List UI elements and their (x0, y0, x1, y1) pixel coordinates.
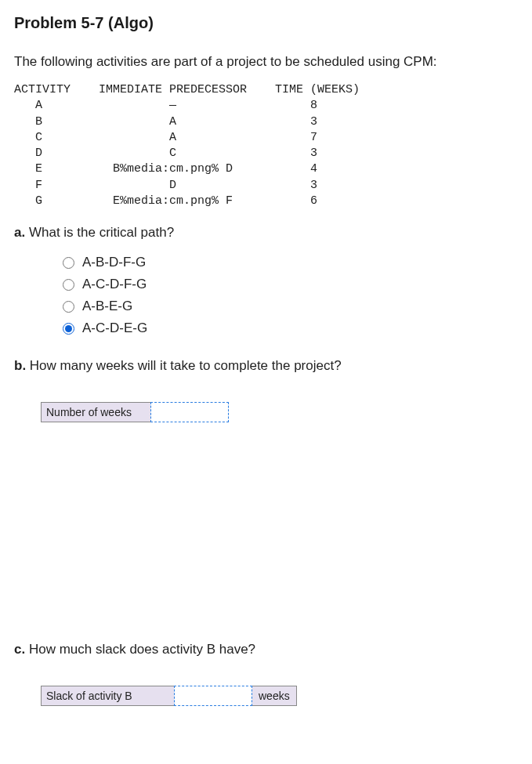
question-c-letter: c. (14, 642, 25, 657)
option-row[interactable]: A-C-D-E-G (63, 320, 518, 336)
option-label: A-C-D-F-G (82, 277, 147, 292)
number-of-weeks-label: Number of weeks (41, 402, 150, 422)
number-of-weeks-input[interactable] (150, 402, 229, 422)
question-a-options: A-B-D-F-GA-C-D-F-GA-B-E-GA-C-D-E-G (63, 255, 518, 336)
question-a-letter: a. (14, 225, 25, 240)
slack-b-input[interactable] (174, 686, 252, 706)
question-c-answer: Slack of activity B weeks (41, 686, 518, 706)
problem-title: Problem 5-7 (Algo) (14, 14, 518, 32)
option-radio[interactable] (63, 301, 74, 313)
question-b: b. How many weeks will it take to comple… (14, 358, 518, 374)
question-b-text: How many weeks will it take to complete … (30, 358, 342, 373)
option-label: A-B-D-F-G (82, 255, 146, 270)
question-b-answer: Number of weeks (41, 402, 518, 422)
option-radio[interactable] (63, 323, 74, 335)
option-label: A-C-D-E-G (82, 320, 147, 336)
question-c: c. How much slack does activity B have? (14, 642, 518, 657)
question-c-text: How much slack does activity B have? (29, 642, 255, 657)
question-a-text: What is the critical path? (29, 225, 174, 240)
option-row[interactable]: A-B-E-G (63, 299, 518, 314)
option-radio[interactable] (63, 257, 74, 269)
intro-text: The following activities are part of a p… (14, 54, 518, 70)
slack-b-unit: weeks (252, 686, 297, 706)
option-label: A-B-E-G (82, 299, 132, 314)
activity-table: ACTIVITY IMMEDIATE PREDECESSOR TIME (WEE… (14, 82, 518, 209)
question-b-letter: b. (14, 358, 26, 373)
question-a: a. What is the critical path? (14, 225, 518, 241)
option-row[interactable]: A-C-D-F-G (63, 277, 518, 292)
option-row[interactable]: A-B-D-F-G (63, 255, 518, 270)
slack-b-label: Slack of activity B (41, 686, 174, 706)
option-radio[interactable] (63, 279, 74, 291)
